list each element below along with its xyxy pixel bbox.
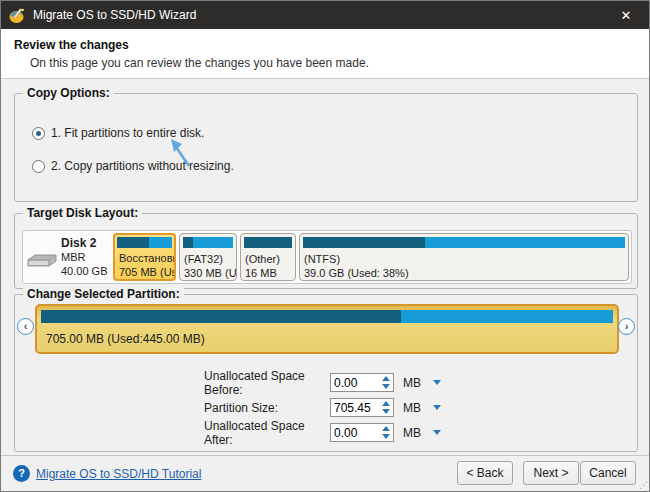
copy-options-legend: Copy Options: bbox=[23, 86, 114, 100]
radio-copy-label: 2. Copy partitions without resizing. bbox=[51, 159, 234, 173]
hard-disk-icon bbox=[27, 251, 57, 268]
help-icon[interactable]: ? bbox=[13, 465, 30, 482]
unit-label: MB bbox=[403, 401, 421, 415]
wizard-app-icon bbox=[9, 7, 26, 24]
page-title: Review the changes bbox=[14, 38, 649, 52]
target-disk-legend: Target Disk Layout: bbox=[23, 206, 142, 220]
partition-label: (Other) bbox=[245, 253, 280, 265]
grow-right-button[interactable]: › bbox=[618, 318, 635, 335]
disk-meta: Disk 2 MBR 40.00 GB bbox=[61, 236, 107, 278]
partition-size: 330 MB (Used: bbox=[184, 267, 237, 279]
slider-size-label: 705.00 MB (Used:445.00 MB) bbox=[46, 332, 205, 346]
unallocated-before-input-wrap bbox=[330, 373, 394, 392]
partition-size-input-wrap bbox=[330, 398, 394, 417]
spin-up-icon[interactable] bbox=[382, 401, 390, 406]
disk-type: MBR bbox=[61, 250, 107, 264]
window-title: Migrate OS to SSD/HD Wizard bbox=[33, 8, 196, 22]
spinner-control[interactable] bbox=[379, 374, 393, 391]
page-subtitle: On this page you can review the changes … bbox=[30, 56, 649, 70]
unit-dropdown-button[interactable] bbox=[429, 423, 444, 442]
disk-panel: Disk 2 MBR 40.00 GB Восстановит 705 MB (… bbox=[22, 230, 632, 284]
spin-down-icon[interactable] bbox=[382, 409, 390, 414]
partition-size-input[interactable] bbox=[331, 399, 379, 416]
target-disk-group: Target Disk Layout: Disk 2 MBR 40.00 GB … bbox=[14, 213, 638, 289]
spinner-control[interactable] bbox=[379, 399, 393, 416]
unit-dropdown-button[interactable] bbox=[429, 373, 444, 392]
resize-grip[interactable]: ⋰ bbox=[639, 480, 647, 490]
cursor-arrow-annotation bbox=[167, 137, 195, 169]
field-row-after: Unallocated Space After: MB bbox=[204, 423, 444, 442]
change-partition-legend: Change Selected Partition: bbox=[23, 287, 184, 301]
partition-usage-bar bbox=[117, 237, 172, 248]
spin-up-icon[interactable] bbox=[382, 376, 390, 381]
partition-size: 16 MB bbox=[245, 267, 277, 279]
back-button[interactable]: < Back bbox=[457, 461, 513, 485]
partition-usage-bar bbox=[244, 237, 292, 248]
unallocated-before-label: Unallocated Space Before: bbox=[204, 369, 330, 397]
partition-block-ntfs[interactable]: (NTFS) 39.0 GB (Used: 38%) bbox=[299, 233, 629, 281]
spinner-control[interactable] bbox=[379, 424, 393, 441]
partition-label: (NTFS) bbox=[304, 253, 340, 265]
partition-block-recovery[interactable]: Восстановит 705 MB (Used: bbox=[113, 233, 176, 281]
radio-unselected-icon[interactable] bbox=[32, 160, 45, 173]
spin-down-icon[interactable] bbox=[382, 384, 390, 389]
unallocated-after-input-wrap bbox=[330, 423, 394, 442]
spin-down-icon[interactable] bbox=[382, 434, 390, 439]
unallocated-after-input[interactable] bbox=[331, 424, 379, 441]
partition-block-fat32[interactable]: (FAT32) 330 MB (Used: bbox=[179, 233, 237, 281]
partition-size-label: Partition Size: bbox=[204, 401, 330, 415]
wizard-window: Migrate OS to SSD/HD Wizard ✕ Review the… bbox=[0, 0, 650, 492]
disk-name: Disk 2 bbox=[61, 236, 107, 250]
shrink-left-button[interactable]: ‹ bbox=[17, 318, 34, 335]
radio-copy-without-resizing[interactable]: 2. Copy partitions without resizing. bbox=[32, 159, 234, 173]
change-partition-group: Change Selected Partition: ‹ 705.00 MB (… bbox=[14, 294, 638, 452]
partition-usage-bar bbox=[183, 237, 233, 248]
partition-resize-slider[interactable]: 705.00 MB (Used:445.00 MB) bbox=[35, 304, 619, 354]
partition-label: Восстановит bbox=[119, 252, 176, 264]
partition-label: (FAT32) bbox=[184, 253, 223, 265]
wizard-header: Review the changes On this page you can … bbox=[1, 29, 649, 79]
field-row-before: Unallocated Space Before: MB bbox=[204, 373, 444, 392]
footer-bar: ? Migrate OS to SSD/HD Tutorial < Back N… bbox=[1, 455, 649, 491]
unallocated-after-label: Unallocated Space After: bbox=[204, 419, 330, 447]
slider-usage-bar bbox=[41, 310, 613, 323]
partition-size: 705 MB (Used: bbox=[119, 266, 176, 278]
copy-options-group: Copy Options: 1. Fit partitions to entir… bbox=[14, 93, 638, 202]
unit-label: MB bbox=[403, 376, 421, 390]
chevron-down-icon bbox=[433, 380, 441, 385]
field-row-size: Partition Size: MB bbox=[204, 398, 444, 417]
next-button[interactable]: Next > bbox=[523, 461, 579, 485]
partition-size: 39.0 GB (Used: 38%) bbox=[304, 267, 409, 279]
unit-label: MB bbox=[403, 426, 421, 440]
chevron-down-icon bbox=[433, 430, 441, 435]
chevron-down-icon bbox=[433, 405, 441, 410]
title-bar: Migrate OS to SSD/HD Wizard ✕ bbox=[1, 1, 649, 29]
unit-dropdown-button[interactable] bbox=[429, 398, 444, 417]
close-icon[interactable]: ✕ bbox=[611, 8, 641, 23]
radio-selected-icon[interactable] bbox=[32, 127, 45, 140]
tutorial-link[interactable]: Migrate OS to SSD/HD Tutorial bbox=[36, 467, 201, 481]
spin-up-icon[interactable] bbox=[382, 426, 390, 431]
partition-block-other[interactable]: (Other) 16 MB bbox=[240, 233, 296, 281]
partition-usage-bar bbox=[303, 237, 625, 248]
unallocated-before-input[interactable] bbox=[331, 374, 379, 391]
cancel-button[interactable]: Cancel bbox=[580, 461, 636, 485]
disk-size: 40.00 GB bbox=[61, 264, 107, 278]
